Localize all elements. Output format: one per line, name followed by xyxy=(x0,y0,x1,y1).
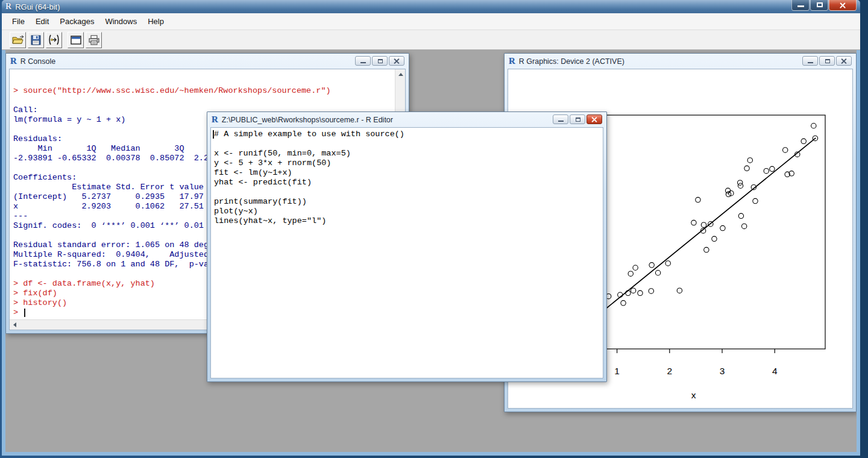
mdi-area: R R Console > source("http://www.ssc.wis… xyxy=(2,50,860,456)
svg-text:3: 3 xyxy=(720,366,725,376)
graphics-close-button[interactable] xyxy=(836,56,852,66)
editor-close-button[interactable] xyxy=(587,114,602,124)
editor-line: print(summary(fit)) xyxy=(214,197,603,207)
editor-line: lines(yhat~x, type="l") xyxy=(214,216,603,226)
editor-line: # A simple example to use with source() xyxy=(214,130,603,139)
save-icon xyxy=(31,35,41,45)
print-icon xyxy=(88,35,100,45)
console-line: > source("http://www.ssc.wisc.edu/~hemke… xyxy=(13,86,396,96)
console-restore-button[interactable] xyxy=(372,56,388,66)
editor-minimize-button[interactable] xyxy=(553,114,568,124)
editor-line: x <- runif(50, min=0, max=5) xyxy=(214,149,603,158)
editor-line: fit <- lm(y~1+x) xyxy=(214,168,603,178)
maximize-button[interactable] xyxy=(810,0,828,11)
console-line xyxy=(13,96,396,105)
editor-line: y <- 5 + 3*x + rnorm(50) xyxy=(214,158,603,168)
editor-caret xyxy=(213,130,214,139)
menu-edit[interactable]: Edit xyxy=(30,14,54,28)
editor-line xyxy=(214,187,603,197)
menu-file[interactable]: File xyxy=(7,14,30,28)
r-editor-window: R Z:\PUBLIC_web\Rworkshops\sourceme.r - … xyxy=(207,111,607,382)
console-line xyxy=(13,77,396,86)
r-graphics-icon: R xyxy=(509,57,515,66)
editor-content[interactable]: # A simple example to use with source() … xyxy=(210,127,603,378)
console-window-icon xyxy=(71,36,81,45)
close-button[interactable] xyxy=(829,0,857,11)
svg-text:x: x xyxy=(691,390,696,400)
print-button[interactable] xyxy=(86,32,102,48)
graphics-restore-button[interactable] xyxy=(819,56,835,66)
minimize-button[interactable] xyxy=(791,0,810,11)
editor-line: yhat <- predict(fit) xyxy=(214,178,603,187)
scroll-left-arrow[interactable] xyxy=(10,320,20,330)
console-caret xyxy=(24,309,25,317)
graphics-title: R Graphics: Device 2 (ACTIVE) xyxy=(519,57,624,66)
r-editor-icon: R xyxy=(212,115,218,124)
r-console-icon: R xyxy=(10,57,17,66)
editor-title: Z:\PUBLIC_web\Rworkshops\sourceme.r - R … xyxy=(222,116,393,124)
console-close-button[interactable] xyxy=(389,56,404,66)
console-focus-button[interactable] xyxy=(68,32,84,48)
svg-text:4: 4 xyxy=(772,366,778,376)
svg-text:1: 1 xyxy=(614,366,620,376)
menubar: File Edit Packages Windows Help xyxy=(2,13,860,30)
editor-line xyxy=(214,139,603,149)
open-icon xyxy=(12,35,24,45)
editor-titlebar[interactable]: R Z:\PUBLIC_web\Rworkshops\sourceme.r - … xyxy=(210,112,603,127)
console-titlebar[interactable]: R R Console xyxy=(9,54,406,69)
r-app-icon: R xyxy=(5,2,11,11)
svg-text:2: 2 xyxy=(667,366,672,376)
editor-restore-button[interactable] xyxy=(570,114,585,124)
rgui-main-window: R RGui (64-bit) File Edit Packages Windo… xyxy=(2,0,860,456)
console-title: R Console xyxy=(20,57,55,66)
scroll-up-arrow[interactable] xyxy=(395,69,406,79)
save-script-button[interactable] xyxy=(28,32,44,48)
graphics-titlebar[interactable]: R R Graphics: Device 2 (ACTIVE) xyxy=(508,54,853,69)
editor-line: plot(y~x) xyxy=(214,207,603,216)
open-script-button[interactable] xyxy=(10,32,26,48)
graphics-minimize-button[interactable] xyxy=(802,56,818,66)
toolbar xyxy=(2,30,860,50)
menu-windows[interactable]: Windows xyxy=(99,14,142,28)
menu-help[interactable]: Help xyxy=(142,14,169,28)
run-selection-button[interactable] xyxy=(46,32,62,48)
main-titlebar[interactable]: R RGui (64-bit) xyxy=(2,0,860,13)
console-minimize-button[interactable] xyxy=(355,56,371,66)
menu-packages[interactable]: Packages xyxy=(54,14,99,28)
run-selection-icon xyxy=(48,34,60,45)
app-title: RGui (64-bit) xyxy=(15,2,60,11)
